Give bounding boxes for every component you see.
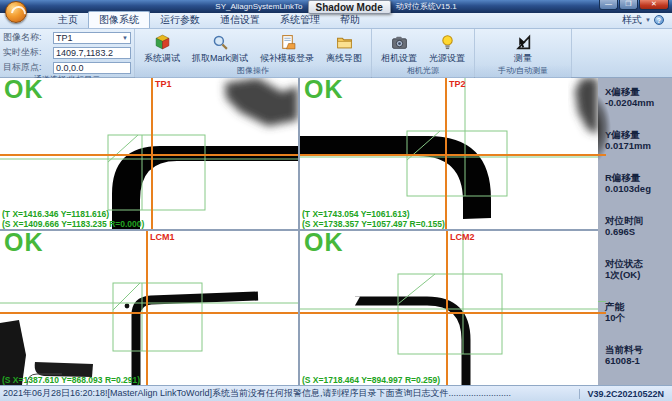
minimize-button[interactable]: —	[599, 0, 618, 10]
maximize-button[interactable]: ❐	[619, 0, 638, 10]
group-label-measure: 手动/自动测量	[475, 65, 571, 78]
group-camera-light: 相机设置 光源设置 相机光源	[372, 29, 475, 77]
status-ok: OK	[4, 231, 44, 257]
target-origin-label: 目标原点:	[3, 61, 50, 74]
menu-help[interactable]: 帮助	[330, 12, 370, 28]
menu-system-mgmt[interactable]: 系统管理	[270, 12, 330, 28]
status-ok: OK	[304, 78, 344, 104]
template-icon	[279, 34, 296, 51]
camera-view-tp2[interactable]: OK TP2 (T X=1743.054 Y=1061.613) (S X=17…	[300, 78, 598, 229]
style-menu[interactable]: 样式 ▼ ?	[622, 13, 664, 27]
system-debug-button[interactable]: 系统调试	[138, 31, 186, 65]
group-image-ops: 系统调试 抓取Mark测试 候补模板登录	[135, 29, 372, 77]
tp1-scene	[0, 78, 298, 229]
style-menu-label: 样式	[622, 13, 642, 27]
camera-view-tp1[interactable]: OK TP1 (T X=1416.346 Y=1181.616) (S X=14…	[0, 78, 298, 229]
ribbon-toolbar: 图像名称: TP1 ▼ 实时坐标: 1409.7,1183.2 目标原点: 0.…	[0, 29, 672, 78]
target-origin-field[interactable]: 0.0,0.0	[53, 62, 131, 74]
menu-home[interactable]: 主页	[48, 12, 88, 28]
window-title-left: SY_AliagnSystemLinkTo	[215, 2, 302, 11]
part-edge-shape	[136, 296, 258, 385]
tp2-scene	[300, 78, 598, 229]
camera-label-lcm1: LCM1	[150, 232, 175, 242]
gray-blob	[225, 78, 298, 126]
status-ok: OK	[304, 231, 344, 257]
template-register-button[interactable]: 候补模板登录	[254, 31, 320, 65]
group-label-camera-light: 相机光源	[372, 65, 474, 78]
tp2-coordinates: (T X=1743.054 Y=1061.613) (S X=1738.357 …	[302, 209, 445, 229]
result-x-offset: X偏移量 -0.0204mm	[605, 86, 670, 108]
grab-mark-test-button[interactable]: 抓取Mark测试	[186, 31, 254, 65]
chevron-down-icon: ▼	[645, 17, 651, 23]
image-name-label: 图像名称:	[3, 31, 50, 44]
close-button[interactable]: ✕	[639, 0, 669, 10]
result-y-offset: Y偏移量 0.0171mm	[605, 129, 670, 151]
status-message: 2021年06月28日16:20:18![MasterAlign LinkToW…	[0, 387, 579, 400]
result-r-offset: R偏移量 0.0103deg	[605, 172, 670, 194]
offline-map-button[interactable]: 离线导图	[320, 31, 368, 65]
camera-grid: OK TP1 (T X=1416.346 Y=1181.616) (S X=14…	[0, 78, 598, 385]
camera-icon	[391, 34, 408, 51]
version-label: V39.2C20210522N	[579, 389, 672, 399]
menu-image-system[interactable]: 图像系统	[88, 11, 150, 28]
result-part-number: 当前料号 61008-1	[605, 344, 670, 366]
part-edge-shape	[300, 136, 491, 219]
measure-icon	[515, 34, 532, 51]
gray-blob	[575, 78, 598, 134]
magnifier-icon	[212, 34, 229, 51]
realtime-coord-field[interactable]: 1409.7,1183.2	[53, 47, 131, 59]
light-settings-button[interactable]: 光源设置	[423, 31, 471, 65]
menu-run-params[interactable]: 运行参数	[150, 12, 210, 28]
group-label-image-ops: 图像操作	[135, 65, 371, 78]
result-align-status: 对位状态 1次(OK)	[605, 258, 670, 280]
window-controls: — ❐ ✕	[599, 0, 669, 10]
result-align-time: 对位时间 0.696S	[605, 215, 670, 237]
results-sidebar: X偏移量 -0.0204mm Y偏移量 0.0171mm R偏移量 0.0103…	[598, 78, 672, 385]
cube-icon	[154, 34, 171, 51]
menu-bar: 主页 图像系统 运行参数 通信设置 系统管理 帮助 样式 ▼ ?	[0, 13, 672, 29]
realtime-coord-label: 实时坐标:	[3, 46, 50, 59]
camera-view-lcm2[interactable]: OK LCM2 (S X=1718.464 Y=894.997 R=0.259)	[300, 231, 598, 385]
result-yield: 产能 10个	[605, 301, 670, 323]
crosshair-overflow	[598, 154, 606, 156]
menu-comm-settings[interactable]: 通信设置	[210, 12, 270, 28]
bulb-icon	[439, 34, 456, 51]
group-measure: 测量 手动/自动测量	[475, 29, 572, 77]
status-ok: OK	[4, 78, 44, 104]
lcm1-scene	[0, 231, 298, 385]
camera-label-lcm2: LCM2	[450, 232, 475, 242]
camera-view-lcm1[interactable]: OK LCM1 (S X=1387.610 Y=868.093 R=0.291)	[0, 231, 298, 385]
window-title-right: 动对位系统V15.1	[396, 1, 457, 12]
measure-button[interactable]: 测量	[508, 31, 538, 65]
camera-label-tp1: TP1	[155, 79, 172, 89]
group-channel-coords: 图像名称: TP1 ▼ 实时坐标: 1409.7,1183.2 目标原点: 0.…	[0, 29, 135, 77]
image-name-select[interactable]: TP1 ▼	[53, 32, 131, 44]
lcm2-scene	[300, 231, 598, 385]
chevron-down-icon: ▼	[122, 35, 128, 41]
main-area: OK TP1 (T X=1416.346 Y=1181.616) (S X=14…	[0, 78, 672, 385]
folder-icon	[336, 34, 353, 51]
status-bar: 2021年06月28日16:20:18![MasterAlign LinkToW…	[0, 385, 672, 401]
camera-label-tp2: TP2	[449, 79, 466, 89]
lcm2-coordinates: (S X=1718.464 Y=894.997 R=0.259)	[302, 375, 440, 385]
lcm1-coordinates: (S X=1387.610 Y=868.093 R=0.291)	[2, 375, 140, 385]
help-icon[interactable]: ?	[654, 15, 664, 25]
app-logo-orb-icon[interactable]	[5, 1, 27, 23]
shadow-mode-badge: Shadow Mode	[308, 0, 391, 14]
tp1-coordinates: (T X=1416.346 Y=1181.616) (S X=1409.666 …	[2, 209, 144, 229]
camera-settings-button[interactable]: 相机设置	[375, 31, 423, 65]
template-search-box	[113, 283, 202, 351]
